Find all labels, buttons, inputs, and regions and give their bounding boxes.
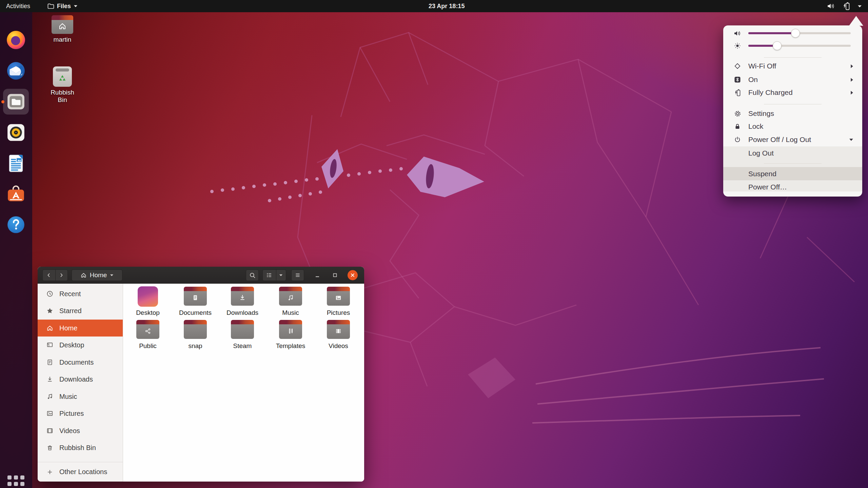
location-button[interactable]: Home [72,269,122,281]
documents-icon [46,359,53,366]
maximize-button[interactable] [329,269,341,281]
volume-slider-knob[interactable] [791,29,800,38]
folder-icon [184,289,207,306]
sidebar-item-home[interactable]: Home [38,320,123,337]
show-applications-button[interactable] [6,474,26,488]
brightness-slider[interactable] [748,45,851,47]
menu-item-power-off-log-out[interactable]: Power Off / Log Out [723,133,862,146]
folder-label: Music [269,309,312,317]
dock-item-libreoffice-writer[interactable] [5,152,27,174]
folder-icon [279,322,302,339]
pictures-icon [46,410,53,417]
trash-icon [46,444,53,451]
submenu-item-power-off[interactable]: Power Off… [723,181,862,194]
sidebar-item-label: Recent [59,290,81,298]
thunderbird-icon [6,61,26,81]
folder-icon [327,289,350,306]
desktop-icon-home-folder[interactable]: martin [45,15,79,43]
sidebar-item-music[interactable]: Music [38,388,123,405]
document-emblem-icon [192,294,199,302]
back-button[interactable] [43,270,55,281]
firefox-icon [6,30,26,50]
dock-item-help[interactable] [5,214,27,236]
menu-item-lock[interactable]: Lock [723,120,862,133]
dock-item-rhythmbox[interactable] [5,122,27,143]
list-view-button[interactable] [263,270,276,281]
sidebar-item-desktop[interactable]: Desktop [38,337,123,353]
clock[interactable]: 23 Apr 18:15 [425,0,469,12]
ubuntu-software-icon [6,184,26,204]
desktop-gradient-icon [138,286,158,307]
submenu-arrow-icon [850,78,853,82]
sidebar-item-rubbish-bin[interactable]: Rubbish Bin [38,439,123,456]
folder-item-downloads[interactable]: Downloads [221,286,264,317]
folder-label: Public [126,342,170,350]
folder-item-templates[interactable]: Templates [269,320,312,350]
desktop-icon [46,342,53,348]
sidebar-item-pictures[interactable]: Pictures [38,405,123,422]
folder-item-music[interactable]: Music [269,286,312,317]
power-icon [733,136,742,144]
brightness-icon [733,42,742,50]
folder-item-videos[interactable]: Videos [317,320,360,350]
minimize-icon [315,272,320,278]
clock-label: 23 Apr 18:15 [429,3,465,10]
folder-item-desktop[interactable]: Desktop [126,286,170,317]
sidebar-item-downloads[interactable]: Downloads [38,371,123,388]
folder-icon [231,322,254,339]
submenu-item-log-out[interactable]: Log Out [723,147,862,160]
list-view-icon [266,272,272,278]
folder-grid[interactable]: Desktop Documents Downlo [123,284,364,482]
sidebar-item-videos[interactable]: Videos [38,422,123,439]
chevron-down-icon [110,274,114,277]
forward-button[interactable] [55,270,68,281]
minimize-button[interactable] [311,269,323,281]
maximize-icon [332,272,338,278]
sidebar-item-label: Downloads [59,375,93,383]
dock-item-thunderbird[interactable] [5,60,27,82]
app-menu-files[interactable]: Files [43,0,82,12]
submenu-item-suspend[interactable]: Suspend [723,167,862,180]
activities-button[interactable]: Activities [2,0,34,12]
menu-separator [764,163,822,164]
system-status-area[interactable] [823,0,866,12]
desktop-icon-rubbish-bin[interactable]: Rubbish Bin [45,66,79,104]
sidebar-item-label: Other Locations [59,468,107,476]
volume-slider[interactable] [748,32,851,34]
rubbish-bin-icon [53,66,72,87]
recycle-icon [58,74,67,83]
recent-icon [46,290,53,297]
dock-item-files[interactable] [5,91,27,113]
menu-item-settings[interactable]: Settings [723,107,862,120]
system-menu-arrow [849,16,863,26]
sidebar-item-starred[interactable]: Starred [38,302,123,319]
dock-item-firefox[interactable] [5,29,27,51]
folder-item-steam[interactable]: Steam [221,320,264,350]
sidebar-item-other-locations[interactable]: Other Locations [38,462,123,482]
search-button[interactable] [246,269,259,281]
menu-item-wifi[interactable]: Wi-Fi Off [723,60,862,73]
volume-slider-row [723,27,862,40]
menu-item-label: Settings [748,109,774,118]
close-button[interactable] [348,270,358,280]
files-window: Home [38,267,364,482]
menu-item-bluetooth[interactable]: On [723,73,862,86]
folder-item-public[interactable]: Public [126,320,170,350]
sidebar-item-label: Rubbish Bin [59,444,96,452]
folder-icon [327,322,350,339]
folder-item-documents[interactable]: Documents [174,286,217,317]
folder-item-pictures[interactable]: Pictures [317,286,360,317]
brightness-slider-knob[interactable] [773,41,782,50]
view-options-button[interactable] [276,270,286,281]
sidebar-item-recent[interactable]: Recent [38,285,123,302]
download-emblem-icon [239,294,246,302]
folder-item-snap[interactable]: snap [174,320,217,350]
dock-item-ubuntu-software[interactable] [5,183,27,205]
menu-item-battery[interactable]: Fully Charged [723,86,862,99]
desktop-screen: Activities Files 23 Apr 18:15 [0,0,868,488]
sidebar-item-documents[interactable]: Documents [38,354,123,371]
window-menu-button[interactable] [291,269,304,281]
window-titlebar[interactable]: Home [38,267,364,284]
libreoffice-writer-icon [6,154,26,173]
music-emblem-icon [287,294,294,302]
